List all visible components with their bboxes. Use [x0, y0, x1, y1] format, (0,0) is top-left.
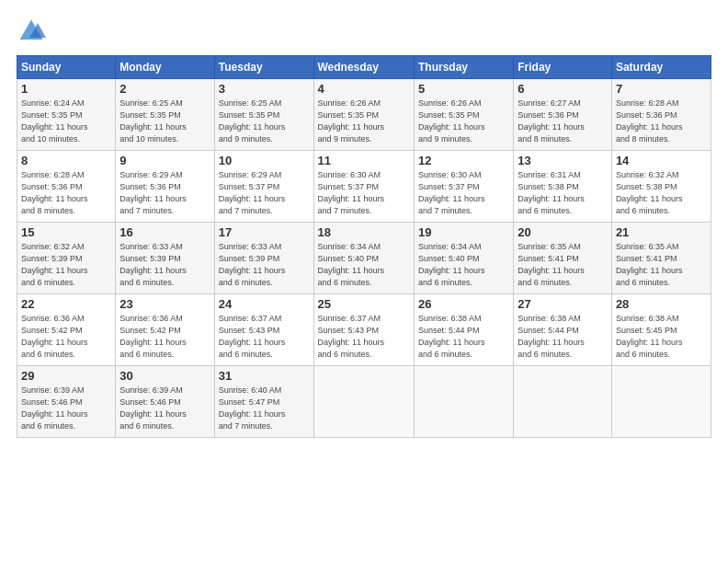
- calendar-cell: 8Sunrise: 6:28 AM Sunset: 5:36 PM Daylig…: [17, 151, 116, 223]
- day-number: 31: [219, 369, 310, 383]
- calendar-cell: 9Sunrise: 6:29 AM Sunset: 5:36 PM Daylig…: [116, 151, 214, 223]
- header-row: SundayMondayTuesdayWednesdayThursdayFrid…: [17, 56, 711, 79]
- calendar-cell: 20Sunrise: 6:35 AM Sunset: 5:41 PM Dayli…: [514, 223, 612, 294]
- day-detail: Sunrise: 6:38 AM Sunset: 5:45 PM Dayligh…: [616, 313, 707, 361]
- day-number: 20: [518, 225, 608, 239]
- calendar-cell: 22Sunrise: 6:36 AM Sunset: 5:42 PM Dayli…: [17, 294, 116, 366]
- calendar-cell: 29Sunrise: 6:39 AM Sunset: 5:46 PM Dayli…: [17, 366, 116, 438]
- day-detail: Sunrise: 6:26 AM Sunset: 5:35 PM Dayligh…: [418, 98, 509, 145]
- day-number: 28: [616, 297, 707, 311]
- day-number: 29: [21, 369, 111, 383]
- day-detail: Sunrise: 6:37 AM Sunset: 5:43 PM Dayligh…: [219, 313, 310, 361]
- day-detail: Sunrise: 6:35 AM Sunset: 5:41 PM Dayligh…: [518, 241, 608, 289]
- day-detail: Sunrise: 6:34 AM Sunset: 5:40 PM Dayligh…: [418, 241, 509, 289]
- calendar-cell: [514, 366, 612, 438]
- calendar-cell: 27Sunrise: 6:38 AM Sunset: 5:44 PM Dayli…: [514, 294, 612, 366]
- day-number: 30: [119, 369, 210, 383]
- calendar-table: SundayMondayTuesdayWednesdayThursdayFrid…: [17, 55, 711, 438]
- day-number: 18: [318, 225, 410, 239]
- day-detail: Sunrise: 6:32 AM Sunset: 5:39 PM Dayligh…: [21, 241, 111, 289]
- calendar-cell: 6Sunrise: 6:27 AM Sunset: 5:36 PM Daylig…: [514, 79, 612, 151]
- day-detail: Sunrise: 6:24 AM Sunset: 5:35 PM Dayligh…: [21, 98, 111, 145]
- week-row: 1Sunrise: 6:24 AM Sunset: 5:35 PM Daylig…: [17, 79, 711, 151]
- day-number: 23: [119, 297, 210, 311]
- header-cell-monday: Monday: [116, 56, 214, 79]
- day-number: 13: [518, 154, 608, 167]
- calendar-cell: 7Sunrise: 6:28 AM Sunset: 5:36 PM Daylig…: [611, 79, 711, 151]
- week-row: 15Sunrise: 6:32 AM Sunset: 5:39 PM Dayli…: [17, 223, 711, 294]
- logo: [17, 17, 50, 46]
- day-number: 22: [21, 297, 111, 311]
- day-detail: Sunrise: 6:38 AM Sunset: 5:44 PM Dayligh…: [418, 313, 509, 361]
- day-detail: Sunrise: 6:25 AM Sunset: 5:35 PM Dayligh…: [219, 98, 310, 145]
- calendar-cell: 10Sunrise: 6:29 AM Sunset: 5:37 PM Dayli…: [214, 151, 313, 223]
- day-number: 10: [219, 154, 310, 167]
- day-detail: Sunrise: 6:36 AM Sunset: 5:42 PM Dayligh…: [21, 313, 111, 361]
- calendar-cell: 17Sunrise: 6:33 AM Sunset: 5:39 PM Dayli…: [214, 223, 313, 294]
- day-detail: Sunrise: 6:30 AM Sunset: 5:37 PM Dayligh…: [318, 169, 410, 217]
- day-number: 14: [616, 154, 707, 167]
- calendar-cell: 28Sunrise: 6:38 AM Sunset: 5:45 PM Dayli…: [611, 294, 711, 366]
- calendar-cell: [414, 366, 513, 438]
- day-detail: Sunrise: 6:29 AM Sunset: 5:36 PM Dayligh…: [119, 169, 210, 217]
- day-number: 24: [219, 297, 310, 311]
- calendar-cell: 12Sunrise: 6:30 AM Sunset: 5:37 PM Dayli…: [414, 151, 513, 223]
- calendar-cell: 30Sunrise: 6:39 AM Sunset: 5:46 PM Dayli…: [116, 366, 214, 438]
- day-number: 11: [318, 154, 410, 167]
- day-detail: Sunrise: 6:25 AM Sunset: 5:35 PM Dayligh…: [119, 98, 210, 145]
- logo-icon: [17, 17, 46, 46]
- calendar-cell: 31Sunrise: 6:40 AM Sunset: 5:47 PM Dayli…: [214, 366, 313, 438]
- calendar-cell: 1Sunrise: 6:24 AM Sunset: 5:35 PM Daylig…: [17, 79, 116, 151]
- day-number: 4: [318, 82, 410, 96]
- day-number: 12: [418, 154, 509, 167]
- calendar-cell: 3Sunrise: 6:25 AM Sunset: 5:35 PM Daylig…: [214, 79, 313, 151]
- header-cell-sunday: Sunday: [17, 56, 116, 79]
- calendar-cell: 11Sunrise: 6:30 AM Sunset: 5:37 PM Dayli…: [313, 151, 414, 223]
- day-detail: Sunrise: 6:36 AM Sunset: 5:42 PM Dayligh…: [119, 313, 210, 361]
- calendar-cell: [611, 366, 711, 438]
- week-row: 8Sunrise: 6:28 AM Sunset: 5:36 PM Daylig…: [17, 151, 711, 223]
- calendar-cell: 5Sunrise: 6:26 AM Sunset: 5:35 PM Daylig…: [414, 79, 513, 151]
- day-detail: Sunrise: 6:30 AM Sunset: 5:37 PM Dayligh…: [418, 169, 509, 217]
- day-detail: Sunrise: 6:28 AM Sunset: 5:36 PM Dayligh…: [616, 98, 707, 145]
- header: [17, 17, 711, 46]
- calendar-cell: 18Sunrise: 6:34 AM Sunset: 5:40 PM Dayli…: [313, 223, 414, 294]
- calendar-cell: 4Sunrise: 6:26 AM Sunset: 5:35 PM Daylig…: [313, 79, 414, 151]
- calendar-cell: 26Sunrise: 6:38 AM Sunset: 5:44 PM Dayli…: [414, 294, 513, 366]
- calendar-cell: 23Sunrise: 6:36 AM Sunset: 5:42 PM Dayli…: [116, 294, 214, 366]
- calendar-cell: [313, 366, 414, 438]
- day-detail: Sunrise: 6:39 AM Sunset: 5:46 PM Dayligh…: [119, 385, 210, 432]
- day-number: 26: [418, 297, 509, 311]
- calendar-cell: 2Sunrise: 6:25 AM Sunset: 5:35 PM Daylig…: [116, 79, 214, 151]
- day-detail: Sunrise: 6:27 AM Sunset: 5:36 PM Dayligh…: [518, 98, 608, 145]
- header-cell-saturday: Saturday: [611, 56, 711, 79]
- day-number: 7: [616, 82, 707, 96]
- header-cell-thursday: Thursday: [414, 56, 513, 79]
- day-number: 17: [219, 225, 310, 239]
- day-number: 3: [219, 82, 310, 96]
- day-detail: Sunrise: 6:37 AM Sunset: 5:43 PM Dayligh…: [318, 313, 410, 361]
- day-number: 21: [616, 225, 707, 239]
- day-number: 8: [21, 154, 111, 167]
- day-number: 19: [418, 225, 509, 239]
- day-detail: Sunrise: 6:33 AM Sunset: 5:39 PM Dayligh…: [219, 241, 310, 289]
- calendar-cell: 16Sunrise: 6:33 AM Sunset: 5:39 PM Dayli…: [116, 223, 214, 294]
- day-number: 15: [21, 225, 111, 239]
- day-detail: Sunrise: 6:26 AM Sunset: 5:35 PM Dayligh…: [318, 98, 410, 145]
- day-number: 25: [318, 297, 410, 311]
- day-detail: Sunrise: 6:38 AM Sunset: 5:44 PM Dayligh…: [518, 313, 608, 361]
- day-number: 16: [119, 225, 210, 239]
- calendar-cell: 19Sunrise: 6:34 AM Sunset: 5:40 PM Dayli…: [414, 223, 513, 294]
- day-detail: Sunrise: 6:32 AM Sunset: 5:38 PM Dayligh…: [616, 169, 707, 217]
- header-cell-friday: Friday: [514, 56, 612, 79]
- day-number: 27: [518, 297, 608, 311]
- day-number: 1: [21, 82, 111, 96]
- calendar-cell: 24Sunrise: 6:37 AM Sunset: 5:43 PM Dayli…: [214, 294, 313, 366]
- header-cell-wednesday: Wednesday: [313, 56, 414, 79]
- day-detail: Sunrise: 6:35 AM Sunset: 5:41 PM Dayligh…: [616, 241, 707, 289]
- calendar-cell: 15Sunrise: 6:32 AM Sunset: 5:39 PM Dayli…: [17, 223, 116, 294]
- day-detail: Sunrise: 6:40 AM Sunset: 5:47 PM Dayligh…: [219, 385, 310, 432]
- header-cell-tuesday: Tuesday: [214, 56, 313, 79]
- week-row: 22Sunrise: 6:36 AM Sunset: 5:42 PM Dayli…: [17, 294, 711, 366]
- calendar-cell: 21Sunrise: 6:35 AM Sunset: 5:41 PM Dayli…: [611, 223, 711, 294]
